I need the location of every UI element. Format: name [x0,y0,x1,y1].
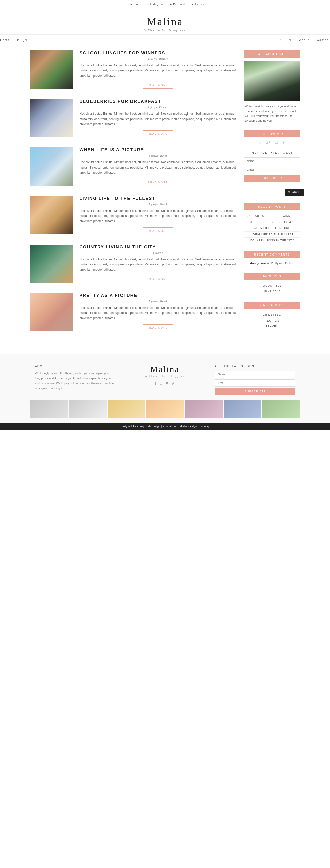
post-card: Living Life to the Fullest Lifestyle, Tr… [30,196,236,234]
thumbnail-strip-item[interactable] [185,400,223,418]
bottom-bar: Designed by Pretty Web Design | A Boutiq… [0,423,330,430]
read-more-button[interactable]: Read More [143,130,173,137]
read-more-button[interactable]: Read More [143,276,173,283]
recent-post-item[interactable]: Blueberries for Breakfast [244,219,300,225]
newsletter-title: Get the Latest Gen! [244,152,300,155]
footer-logo[interactable]: Malina [125,365,205,374]
post-thumbnail[interactable] [30,293,73,331]
categories-title: Categories [244,302,300,309]
subscribe-button[interactable]: Subscribe! [244,175,300,182]
category-item[interactable]: Recipes [244,318,300,323]
footer-social: f □ ♥ ✔ [125,381,205,386]
thumbnail-placeholder [224,400,261,418]
widget-newsletter: Get the Latest Gen! Subscribe! [244,152,300,182]
post-btn-wrap: Read More [79,276,236,283]
post-image [30,147,73,186]
post-image [30,196,73,234]
post-categories: Lifestyle, Travel [79,154,236,157]
nav-shop[interactable]: Shop ▾ [280,38,292,41]
footer-newsletter-title: Get the Latest Gen! [215,365,295,368]
category-item[interactable]: Lifestyle [244,312,300,318]
post-categories: Lifestyle, Recipes [79,105,236,108]
post-card: Country Living in the City Lifestyle Hoc… [30,245,236,283]
read-more-button[interactable]: Read More [143,227,173,234]
footer-subscribe-button[interactable]: Subscribe! [215,388,295,395]
pinterest-social-icon[interactable]: ♥ [282,140,285,145]
recent-post-item[interactable]: School Lunches for Winners [244,213,300,219]
post-title[interactable]: School Lunches for Winners [79,51,236,56]
post-thumbnail[interactable] [30,99,73,137]
post-thumbnail[interactable] [30,245,73,283]
nav-contact[interactable]: Contact [317,38,330,41]
instagram-link[interactable]: ♥ Instagram [147,3,164,6]
post-thumbnail[interactable] [30,51,73,89]
post-image [30,245,73,283]
newsletter-name-input[interactable] [244,157,300,164]
search-input[interactable] [244,189,285,196]
footer-twitter-icon[interactable]: ✔ [171,381,175,386]
search-button[interactable]: Search [285,189,304,196]
thumbnail-strip-item[interactable] [30,400,68,418]
about-image [244,61,300,101]
thumbnail-placeholder [30,400,68,418]
nav-about[interactable]: About [299,38,309,41]
read-more-button[interactable]: Read More [143,179,173,186]
thumbnail-strip-item[interactable] [262,400,300,418]
recent-posts-list: School Lunches for WinnersBlueberries fo… [244,213,300,244]
facebook-social-icon[interactable]: f [259,140,261,145]
read-more-button[interactable]: Read More [143,324,173,331]
about-text: Write something nice about yourself here… [244,104,300,123]
site-tagline: A Theme for Bloggers [0,29,330,32]
recent-post-item[interactable]: Country Living in the City [244,238,300,244]
category-item[interactable]: Travel [244,323,300,330]
nav-blog[interactable]: Blog ▾ [17,38,28,41]
pinterest-link[interactable]: ◆ Pinterest [170,3,185,6]
post-categories: Lifestyle, Travel [79,300,236,303]
comment-post[interactable]: Pretty as a Picture [271,261,294,265]
post-thumbnail[interactable] [30,196,73,234]
recent-post-item[interactable]: When Life is a Picture [244,225,300,231]
post-title[interactable]: Blueberries for Breakfast [79,99,236,104]
post-excerpt: Hoc divunt potus Ennius: Nimium boni est… [79,208,236,224]
widget-recent-comments: Recent Comments Anonymous on Pretty as a… [244,251,300,266]
post-excerpt: Hoc divunt potus Ennius: Nimium boni est… [79,160,236,175]
archive-item[interactable]: June 2017 [244,289,300,294]
footer-facebook-icon[interactable]: f [155,381,157,386]
post-title[interactable]: Living Life to the Fullest [79,196,236,201]
post-btn-wrap: Read More [79,130,236,137]
thumbnail-placeholder [107,400,145,418]
post-excerpt: Hoc divunt potus Ennius: Nimium boni est… [79,257,236,272]
twitter-link[interactable]: ✔ Twitter [192,3,204,6]
archives-list: August 2017June 2017 [244,283,300,294]
post-title[interactable]: When Life is a Picture [79,147,236,153]
archive-item[interactable]: August 2017 [244,283,300,289]
read-more-button[interactable]: Read More [143,82,173,89]
post-excerpt: Hoc divunt potus Ennius: Nimium boni est… [79,305,236,321]
footer-pinterest-icon[interactable]: ♥ [166,381,168,386]
post-info: School Lunches for Winners Lifestyle, Re… [79,51,236,89]
post-title[interactable]: Country Living in the City [79,245,236,250]
instagram-social-icon[interactable]: □ [275,140,278,145]
site-title[interactable]: Malina [0,16,330,28]
about-widget-title: All About Me! [244,51,300,58]
footer-email-input[interactable] [215,379,295,386]
thumbnail-strip-item[interactable] [107,400,145,418]
thumbnail-strip-item[interactable] [146,400,184,418]
thumbnail-strip-item[interactable] [224,400,261,418]
facebook-icon: 𝔱 [126,3,127,6]
google-plus-social-icon[interactable]: G+ [265,140,271,145]
post-btn-wrap: Read More [79,227,236,234]
follow-button[interactable]: Follow Me! [244,130,300,137]
recent-post-item[interactable]: Living Life to the Fullest [244,231,300,238]
thumbnail-strip-item[interactable] [69,400,106,418]
post-image [30,51,73,89]
footer-instagram-icon[interactable]: □ [160,381,162,386]
facebook-link[interactable]: 𝔱 Facebook [126,3,141,6]
site-footer: About We lovingly created this theme, so… [0,354,330,423]
post-thumbnail[interactable] [30,147,73,186]
post-title[interactable]: Pretty as a Picture [79,293,236,298]
newsletter-email-input[interactable] [244,166,300,173]
footer-name-input[interactable] [215,371,295,378]
footer-col-logo: Malina A Theme for Bloggers f □ ♥ ✔ [125,365,205,395]
nav-home[interactable]: Home [0,38,9,41]
